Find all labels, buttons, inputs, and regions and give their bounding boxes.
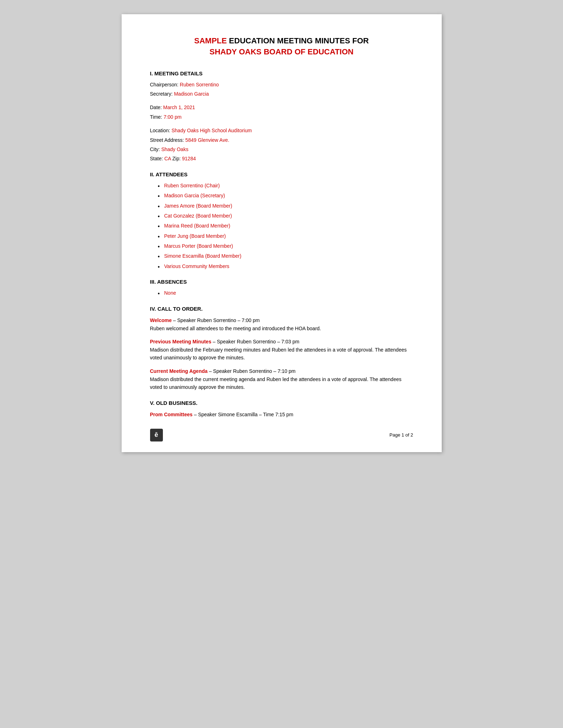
zip-value: 91284 — [182, 156, 196, 161]
section-call-to-order-heading: IV. CALL TO ORDER. — [150, 306, 413, 312]
city-label: City: — [150, 146, 161, 152]
street-label: Street Address: — [150, 137, 186, 143]
subsection-welcome: Welcome – Speaker Ruben Sorrentino – 7:0… — [150, 317, 413, 332]
subsection-welcome-dash: – Speaker Ruben Sorrentino – 7:00 pm — [172, 317, 260, 323]
subsection-current-agenda-body: Madison distributed the current meeting … — [150, 375, 413, 391]
list-item: Marina Reed (Board Member) — [164, 222, 413, 230]
date-line: Date: March 1, 2021 — [150, 103, 413, 111]
section-absences-heading: III. ABSENCES — [150, 279, 413, 285]
attendees-list: Ruben Sorrentino (Chair) Madison Garcia … — [164, 182, 413, 271]
time-line: Time: 7:00 pm — [150, 113, 413, 121]
street-value: 5849 Glenview Ave. — [185, 137, 229, 143]
location-line: Location: Shady Oaks High School Auditor… — [150, 127, 413, 134]
date-value: March 1, 2021 — [163, 105, 195, 110]
subsection-previous-minutes-title: Previous Meeting Minutes – Speaker Ruben… — [150, 339, 413, 344]
footer-page-number: Page 1 of 2 — [389, 432, 413, 438]
state-label: State: — [150, 156, 164, 161]
subsection-welcome-bold: Welcome — [150, 317, 172, 323]
location-label: Location: — [150, 128, 172, 133]
subsection-prev-bold: Previous Meeting Minutes — [150, 339, 212, 344]
time-label: Time: — [150, 114, 164, 120]
subsection-prom-bold: Prom Committees — [150, 412, 193, 417]
list-item: James Amore (Board Member) — [164, 202, 413, 210]
footer-logo: ē — [150, 429, 163, 441]
chairperson-value: Ruben Sorrentino — [180, 82, 219, 87]
document-title: SAMPLE EDUCATION MEETING MINUTES FOR SHA… — [150, 36, 413, 58]
state-zip-line: State: CA Zip: 91284 — [150, 155, 413, 162]
subsection-curr-bold: Current Meeting Agenda — [150, 368, 208, 374]
list-item: Various Community Members — [164, 262, 413, 270]
subsection-current-agenda: Current Meeting Agenda – Speaker Ruben S… — [150, 368, 413, 391]
document-page: SAMPLE EDUCATION MEETING MINUTES FOR SHA… — [122, 14, 442, 452]
title-line1-black: EDUCATION MEETING MINUTES FOR — [227, 36, 369, 45]
city-value: Shady Oaks — [161, 146, 188, 152]
state-value: CA — [164, 156, 171, 161]
subsection-curr-dash: – Speaker Ruben Sorrentino – 7:10 pm — [208, 368, 296, 374]
title-sample: SAMPLE — [194, 36, 227, 45]
secretary-line: Secretary: Madison Garcia — [150, 90, 413, 98]
section-attendees-heading: II. ATTENDEES — [150, 171, 413, 177]
list-item: Ruben Sorrentino (Chair) — [164, 182, 413, 189]
subsection-previous-minutes-body: Madison distributed the February meeting… — [150, 346, 413, 362]
page-footer: ē Page 1 of 2 — [150, 429, 413, 441]
list-item: Marcus Porter (Board Member) — [164, 242, 413, 250]
secretary-label: Secretary: — [150, 91, 174, 97]
list-item: Madison Garcia (Secretary) — [164, 192, 413, 199]
subsection-prom-dash: – Speaker Simone Escamilla – Time 7:15 p… — [192, 412, 293, 417]
chairperson-label: Chairperson: — [150, 82, 180, 87]
subsection-prom-committees: Prom Committees – Speaker Simone Escamil… — [150, 412, 413, 417]
city-line: City: Shady Oaks — [150, 145, 413, 153]
subsection-prom-title: Prom Committees – Speaker Simone Escamil… — [150, 412, 413, 417]
meeting-details-group: Chairperson: Ruben Sorrentino Secretary:… — [150, 81, 413, 98]
street-line: Street Address: 5849 Glenview Ave. — [150, 136, 413, 144]
list-item: None — [164, 289, 413, 297]
date-label: Date: — [150, 105, 163, 110]
date-time-group: Date: March 1, 2021 Time: 7:00 pm — [150, 103, 413, 121]
subsection-previous-minutes: Previous Meeting Minutes – Speaker Ruben… — [150, 339, 413, 362]
secretary-value: Madison Garcia — [174, 91, 209, 97]
absences-list: None — [164, 289, 413, 297]
section-old-business-heading: V. OLD BUSINESS. — [150, 400, 413, 406]
subsection-prev-dash: – Speaker Ruben Sorrentino – 7:03 pm — [211, 339, 299, 344]
subsection-welcome-title: Welcome – Speaker Ruben Sorrentino – 7:0… — [150, 317, 413, 323]
list-item: Cat Gonzalez (Board Member) — [164, 212, 413, 220]
title-line2: SHADY OAKS BOARD OF EDUCATION — [209, 47, 354, 56]
location-group: Location: Shady Oaks High School Auditor… — [150, 127, 413, 163]
zip-label: Zip: — [171, 156, 182, 161]
list-item: Simone Escamilla (Board Member) — [164, 252, 413, 260]
subsection-welcome-body: Ruben welcomed all attendees to the meet… — [150, 325, 413, 332]
chairperson-line: Chairperson: Ruben Sorrentino — [150, 81, 413, 89]
section-meeting-details-heading: I. MEETING DETAILS — [150, 70, 413, 76]
location-value: Shady Oaks High School Auditorium — [171, 128, 252, 133]
time-value: 7:00 pm — [164, 114, 182, 120]
list-item: Peter Jung (Board Member) — [164, 232, 413, 240]
subsection-current-agenda-title: Current Meeting Agenda – Speaker Ruben S… — [150, 368, 413, 374]
